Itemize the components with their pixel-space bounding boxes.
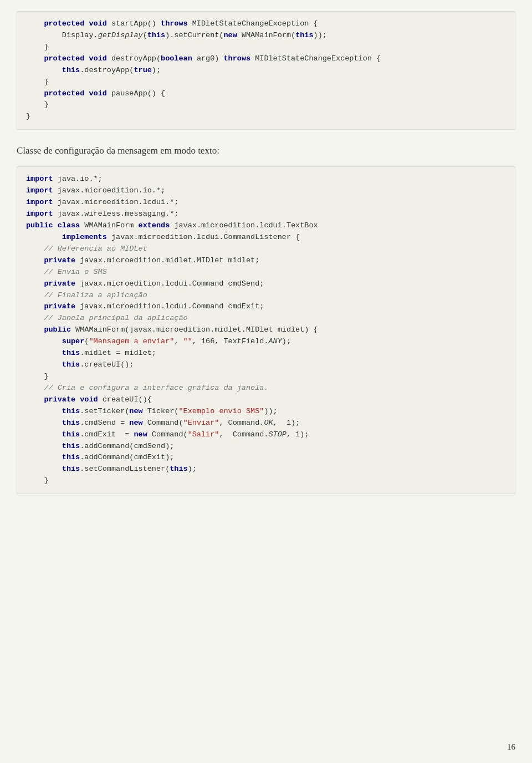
code-line: this.cmdSend = new Command("Enviar", Com… [26,418,506,429]
code-line: private javax.microedition.midlet.MIDlet… [26,255,506,267]
code-line: } [26,42,506,53]
code-line: // Referencia ao MIDLet [26,243,506,255]
code-line: protected void destroyApp(boolean arg0) … [26,53,506,65]
code-line: this.createUI(); [26,359,506,371]
code-line: Display.getDisplay(this).setCurrent(new … [26,30,506,42]
code-line: private javax.microedition.lcdui.Command… [26,301,506,313]
code-line: } [26,111,506,123]
code-line: protected void startApp() throws MIDletS… [26,18,506,30]
code-line: this.setTicker(new Ticker("Exemplo envio… [26,406,506,418]
code-line: } [26,475,506,487]
code-line: protected void pauseApp() { [26,88,506,100]
code-line: // Finaliza a aplicação [26,290,506,302]
code-line: } [26,99,506,111]
code-block-2: import java.io.*;import javax.microediti… [17,166,515,494]
code-line: } [26,371,506,383]
code-line: import javax.microedition.lcdui.*; [26,197,506,208]
code-line: import javax.wireless.messaging.*; [26,208,506,220]
code-line: this.setCommandListener(this); [26,464,506,475]
code-line: this.destroyApp(true); [26,65,506,77]
code-line: this.addCommand(cmdSend); [26,441,506,452]
code-line: // Cria e configura a interface gráfica … [26,383,506,394]
code-line: this.addCommand(cmdExit); [26,452,506,464]
code-line: // Envia o SMS [26,267,506,278]
code-line: super("Mensagem a enviar", "", 166, Text… [26,336,506,348]
code-line: import java.io.*; [26,174,506,185]
code-line: } [26,77,506,88]
code-line: private void createUI(){ [26,394,506,406]
section-label: Classe de configuração da mensagem em mo… [17,145,515,156]
code-line: private javax.microedition.lcdui.Command… [26,278,506,290]
code-line: this.cmdExit = new Command("Salir", Comm… [26,429,506,441]
page-container: protected void startApp() throws MIDletS… [0,0,532,527]
code-block-1: protected void startApp() throws MIDletS… [17,11,515,130]
page-number: 16 [507,742,515,752]
code-line: // Janela principal da aplicação [26,313,506,324]
code-line: public WMAMainForm(javax.microedition.mi… [26,324,506,336]
code-line: import javax.microedition.io.*; [26,185,506,197]
code-line: public class WMAMainForm extends javax.m… [26,220,506,232]
code-line: this.midlet = midlet; [26,348,506,359]
code-line: implements javax.microedition.lcdui.Comm… [26,232,506,243]
